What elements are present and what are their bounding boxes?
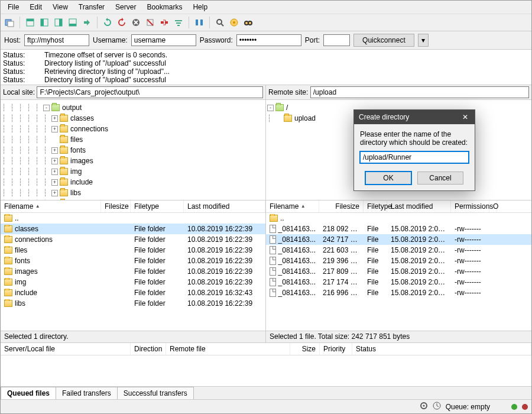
tree-item[interactable]: ┆┆┆┆┆┆+fonts xyxy=(2,145,264,156)
list-item[interactable]: _0814163...242 717 851File15.08.2019 2:0… xyxy=(266,234,531,245)
list-item[interactable]: _0814163...216 996 918File15.08.2019 2:0… xyxy=(266,287,531,298)
list-item[interactable]: fontsFile folder10.08.2019 16:22:39 xyxy=(1,255,265,266)
tree-item[interactable]: ┆┆┆┆┆┆+libs xyxy=(2,187,264,198)
col-filetype[interactable]: Filetype xyxy=(364,200,387,212)
tree-item[interactable]: ┆┆┆┆┆┆+include xyxy=(2,177,264,187)
port-input[interactable] xyxy=(323,34,350,46)
cancel-button[interactable]: Cancel xyxy=(417,172,463,185)
local-path-input[interactable] xyxy=(37,86,263,98)
list-item[interactable]: filesFile folder10.08.2019 16:22:39 xyxy=(1,245,265,255)
local-file-list[interactable]: ..classesFile folder10.08.2019 16:22:39c… xyxy=(1,213,265,331)
search-icon[interactable] xyxy=(213,16,226,29)
list-item[interactable]: connectionsFile folder10.08.2019 16:22:3… xyxy=(1,234,265,245)
tree-item[interactable]: ┆┆┆┆┆┆files xyxy=(2,134,264,145)
list-item[interactable]: imagesFile folder10.08.2019 16:22:39 xyxy=(1,266,265,277)
ok-button[interactable]: OK xyxy=(365,172,411,185)
tab-successful[interactable]: Successful transfers xyxy=(117,387,194,399)
list-item[interactable]: .. xyxy=(1,213,265,224)
tree-expander[interactable]: + xyxy=(51,115,58,122)
list-item[interactable]: includeFile folder10.08.2019 16:32:43 xyxy=(1,287,265,298)
col-owner[interactable]: O xyxy=(489,200,497,212)
disconnect-icon[interactable] xyxy=(144,16,157,29)
tree-expander[interactable]: + xyxy=(51,147,58,154)
tree-item[interactable]: ┆┆┆┆┆┆+classes xyxy=(2,113,264,124)
col-filetype[interactable]: Filetype xyxy=(131,200,184,212)
list-item[interactable]: classesFile folder10.08.2019 16:22:39 xyxy=(1,224,265,234)
filename: _0814163... xyxy=(278,225,316,233)
tree-expander[interactable]: - xyxy=(267,105,274,111)
col-filesize[interactable]: Filesize xyxy=(319,200,364,212)
refresh-icon[interactable] xyxy=(101,16,114,29)
list-item[interactable]: _0814163...219 396 889File15.08.2019 2:0… xyxy=(266,255,531,266)
directory-name-input[interactable] xyxy=(360,151,469,163)
menu-edit[interactable]: Edit xyxy=(25,2,47,12)
col-server-local[interactable]: Server/Local file xyxy=(1,343,131,355)
gear-icon[interactable] xyxy=(420,402,428,412)
col-priority[interactable]: Priority xyxy=(320,343,352,355)
menu-file[interactable]: File xyxy=(3,2,24,12)
tree-item[interactable]: ┆┆┆┆┆┆+img xyxy=(2,166,264,177)
password-input[interactable] xyxy=(236,34,301,46)
remote-file-list[interactable]: .._0814163...218 092 391File15.08.2019 2… xyxy=(266,213,531,331)
col-permissions[interactable]: Permissions xyxy=(451,200,489,212)
toggle-queue-icon[interactable] xyxy=(66,16,79,29)
col-direction[interactable]: Direction xyxy=(131,343,166,355)
tree-expander[interactable]: + xyxy=(51,169,58,175)
sort-asc-icon: ▲ xyxy=(301,203,306,209)
filter-icon[interactable] xyxy=(172,16,185,29)
tab-failed[interactable]: Failed transfers xyxy=(56,387,118,399)
list-item[interactable]: imgFile folder10.08.2019 16:22:39 xyxy=(1,277,265,287)
compare-icon[interactable] xyxy=(193,16,206,29)
remote-path-input[interactable] xyxy=(310,86,529,98)
username-label: Username: xyxy=(93,36,128,44)
list-item[interactable]: libsFile folder10.08.2019 16:22:39 xyxy=(1,298,265,309)
list-item[interactable]: .. xyxy=(266,213,531,224)
site-manager-icon[interactable] xyxy=(3,16,16,29)
toggle-localtree-icon[interactable] xyxy=(38,16,51,29)
local-tree[interactable]: ┆┆┆┆┆-output┆┆┆┆┆┆+classes┆┆┆┆┆┆+connect… xyxy=(1,100,265,200)
speedlimit-icon[interactable] xyxy=(228,16,241,29)
queue-list[interactable] xyxy=(1,355,531,386)
tab-queued[interactable]: Queued files xyxy=(1,387,56,399)
tree-expander[interactable]: - xyxy=(43,105,50,111)
tree-expander[interactable]: + xyxy=(51,179,58,186)
cancel-icon[interactable] xyxy=(129,16,142,29)
tree-item[interactable]: ┆┆┆┆┆-output xyxy=(2,102,264,113)
col-modified[interactable]: Last modified xyxy=(184,200,265,212)
tree-item[interactable]: ┆┆┆┆┆┆+images xyxy=(2,156,264,166)
col-filename[interactable]: Filename ▲ xyxy=(266,200,319,212)
quickconnect-button[interactable]: Quickconnect xyxy=(353,34,414,47)
col-status[interactable]: Status xyxy=(352,343,531,355)
message-log[interactable]: Status:Timezone offset of server is 0 se… xyxy=(1,50,531,85)
toggle-remotetree-icon[interactable] xyxy=(52,16,65,29)
close-icon[interactable]: ✕ xyxy=(460,112,470,122)
menu-help[interactable]: Help xyxy=(188,2,212,12)
quickconnect-history-dropdown[interactable]: ▾ xyxy=(418,34,429,47)
col-size[interactable]: Size xyxy=(290,343,320,355)
list-item[interactable]: _0814163...218 092 391File15.08.2019 2:0… xyxy=(266,224,531,234)
tree-item[interactable]: ┆┆┆┆┆┆+connections xyxy=(2,124,264,134)
tree-expander[interactable]: + xyxy=(51,158,58,164)
list-item[interactable]: _0814163...221 603 513File15.08.2019 2:0… xyxy=(266,245,531,255)
col-filename[interactable]: Filename ▲ xyxy=(1,200,101,212)
menu-server[interactable]: Server xyxy=(111,2,141,12)
tree-expander[interactable]: + xyxy=(51,126,58,132)
process-queue-icon[interactable] xyxy=(115,16,128,29)
menu-transfer[interactable]: Transfer xyxy=(74,2,109,12)
host-input[interactable] xyxy=(24,34,89,46)
menu-bookmarks[interactable]: Bookmarks xyxy=(142,2,187,12)
col-filesize[interactable]: Filesize xyxy=(101,200,131,212)
sync-browse-icon[interactable] xyxy=(80,16,93,29)
col-remote-file[interactable]: Remote file xyxy=(166,343,290,355)
col-modified[interactable]: Last modified xyxy=(387,200,451,212)
list-item[interactable]: _0814163...217 809 153File15.08.2019 2:0… xyxy=(266,266,531,277)
reconnect-icon[interactable] xyxy=(158,16,171,29)
queue-icon[interactable] xyxy=(433,402,441,412)
toggle-log-icon[interactable] xyxy=(24,16,37,29)
menu-view[interactable]: View xyxy=(48,2,73,12)
binoculars-icon[interactable] xyxy=(242,16,255,29)
svg-rect-16 xyxy=(177,25,180,26)
username-input[interactable] xyxy=(131,34,196,46)
list-item[interactable]: _0814163...217 174 934File15.08.2019 2:0… xyxy=(266,277,531,287)
tree-expander[interactable]: + xyxy=(51,190,58,196)
